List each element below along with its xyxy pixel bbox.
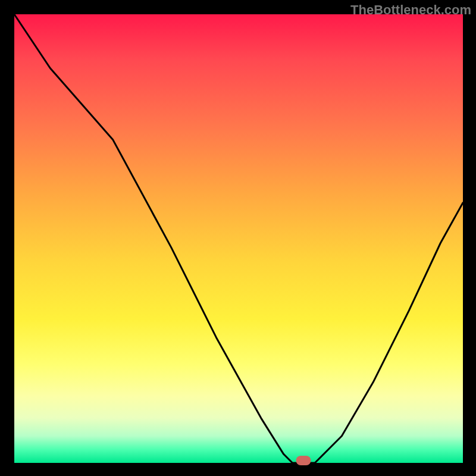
marker-dot xyxy=(296,456,311,465)
chart-line-svg xyxy=(14,14,463,463)
curve-path xyxy=(14,14,463,463)
chart-frame: TheBottleneck.com xyxy=(0,0,476,476)
chart-plot-area xyxy=(14,14,463,463)
watermark-text: TheBottleneck.com xyxy=(350,2,471,18)
